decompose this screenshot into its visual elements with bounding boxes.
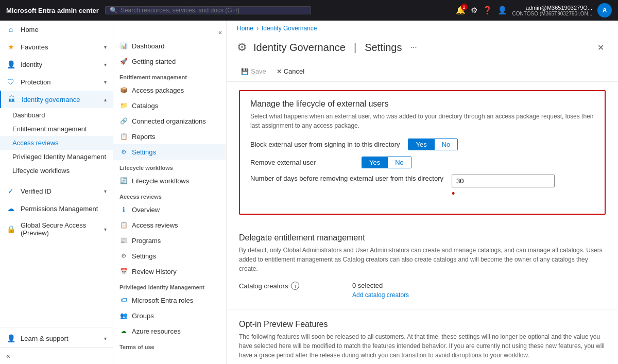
sidebar-item-label: Permissions Management bbox=[21, 205, 98, 213]
user-tenant: CONTOSO (M365T9032790I.ON... bbox=[512, 11, 592, 16]
header-separator: | bbox=[354, 42, 356, 54]
secondary-item-connected-orgs[interactable]: 🔗 Connected organizations bbox=[113, 113, 226, 129]
page-header-title: Identity Governance bbox=[253, 42, 346, 54]
secondary-item-settings[interactable]: ⚙ Settings bbox=[113, 144, 226, 160]
section-label-access-reviews: Access reviews bbox=[113, 188, 226, 202]
close-button[interactable]: ✕ bbox=[593, 40, 608, 55]
sidebar-item-label: Identity bbox=[21, 61, 42, 68]
sidebar-item-protection[interactable]: 🛡 Protection ▾ bbox=[0, 73, 113, 91]
secondary-item-review-history[interactable]: 📅 Review History bbox=[113, 264, 226, 279]
learn-icon: 👤 bbox=[6, 334, 15, 343]
days-remove-input[interactable] bbox=[452, 175, 555, 187]
secondary-item-label: Microsoft Entra roles bbox=[132, 297, 193, 304]
secondary-item-label: Dashboard bbox=[132, 42, 165, 50]
settings-content: Manage the lifecycle of external users S… bbox=[227, 82, 618, 364]
sidebar-item-global-secure[interactable]: 🔒 Global Secure Access (Preview) ▾ bbox=[0, 217, 113, 241]
add-catalog-creators-link[interactable]: Add catalog creators bbox=[352, 291, 409, 299]
block-external-label: Block external user from signing in to t… bbox=[250, 141, 400, 148]
remove-external-no[interactable]: No bbox=[388, 157, 411, 168]
connected-orgs-icon: 🔗 bbox=[119, 117, 128, 125]
secondary-item-dashboard[interactable]: 📊 Dashboard bbox=[113, 38, 226, 54]
overview-icon: ℹ bbox=[119, 205, 128, 214]
settings-icon[interactable]: ⚙ bbox=[471, 6, 477, 15]
topbar: Microsoft Entra admin center 🔍 🔔 2 ⚙ ❓ 👤… bbox=[0, 0, 618, 21]
catalog-value: 0 selected Add catalog creators bbox=[352, 282, 409, 299]
remove-external-yes[interactable]: Yes bbox=[362, 157, 388, 168]
breadcrumb-identity-governance[interactable]: Identity Governance bbox=[262, 25, 317, 32]
sidebar-item-label: Protection bbox=[21, 78, 51, 86]
secondary-item-programs[interactable]: 📰 Programs bbox=[113, 233, 226, 248]
sidebar-sub-label: Lifecycle workflows bbox=[12, 167, 70, 175]
sidebar-sub-item-entitlement[interactable]: Entitlement management bbox=[0, 122, 113, 136]
main-content: Home › Identity Governance ⚙ Identity Go… bbox=[227, 21, 618, 364]
governance-icon: 🏛 bbox=[7, 95, 16, 104]
sidebar-item-favorites[interactable]: ★ Favorites ▾ bbox=[0, 38, 113, 56]
sidebar-item-home[interactable]: ⌂ Home bbox=[0, 21, 113, 38]
secondary-item-catalogs[interactable]: 📁 Catalogs bbox=[113, 98, 226, 113]
optin-section: Opt-in Preview Features The following fe… bbox=[227, 309, 618, 364]
secondary-item-settings-ar[interactable]: ⚙ Settings bbox=[113, 248, 226, 264]
secondary-item-entra-roles[interactable]: 🏷 Microsoft Entra roles bbox=[113, 292, 226, 308]
secondary-item-overview[interactable]: ℹ Overview bbox=[113, 202, 226, 217]
breadcrumb: Home › Identity Governance bbox=[227, 21, 618, 36]
section-label-entitlement: Entitlement management bbox=[113, 69, 226, 82]
cancel-icon: ✕ bbox=[277, 68, 282, 75]
more-options-button[interactable]: ··· bbox=[410, 43, 417, 52]
cancel-button[interactable]: ✕ Cancel bbox=[272, 65, 308, 77]
sidebar-item-verified-id[interactable]: ✓ Verified ID ▾ bbox=[0, 182, 113, 200]
secondary-item-groups[interactable]: 👥 Groups bbox=[113, 308, 226, 323]
required-indicator: • bbox=[452, 188, 555, 199]
chevron-up-icon: ▴ bbox=[104, 97, 107, 102]
home-icon: ⌂ bbox=[6, 25, 15, 34]
sidebar-item-identity-governance[interactable]: 🏛 Identity governance ▴ bbox=[0, 91, 113, 108]
feedback-icon[interactable]: 👤 bbox=[497, 6, 507, 15]
sidebar-sub-label: Access reviews bbox=[12, 139, 59, 147]
block-external-toggle[interactable]: Yes No bbox=[408, 138, 458, 150]
breadcrumb-home[interactable]: Home bbox=[237, 25, 253, 32]
azure-resources-icon: ☁ bbox=[119, 327, 128, 335]
remove-external-toggle[interactable]: Yes No bbox=[362, 157, 411, 168]
sidebar-item-permissions[interactable]: ☁ Permissions Management bbox=[0, 200, 113, 217]
dashboard-icon: 📊 bbox=[119, 42, 128, 50]
delegate-title: Delegate entitlement management bbox=[239, 233, 606, 242]
sidebar-sub-item-lifecycle[interactable]: Lifecycle workflows bbox=[0, 164, 113, 178]
avatar[interactable]: A bbox=[597, 3, 612, 18]
user-info: admin@M3651903279O... CONTOSO (M365T9032… bbox=[512, 5, 592, 16]
left-sidebar: ⌂ Home ★ Favorites ▾ 👤 Identity ▾ 🛡 Prot… bbox=[0, 21, 113, 364]
sidebar-item-label: Global Secure Access (Preview) bbox=[21, 221, 99, 237]
secondary-item-access-packages[interactable]: 📦 Access packages bbox=[113, 82, 226, 98]
block-external-yes[interactable]: Yes bbox=[408, 139, 434, 150]
favorites-icon: ★ bbox=[6, 42, 15, 51]
lifecycle-desc: Select what happens when an external use… bbox=[250, 112, 594, 130]
sidebar-sub-item-access-reviews[interactable]: Access reviews bbox=[0, 136, 113, 150]
user-name: admin@M3651903279O... bbox=[526, 5, 592, 11]
catalog-info-icon[interactable]: i bbox=[291, 282, 299, 290]
notifications-icon[interactable]: 🔔 2 bbox=[456, 6, 466, 15]
secondary-item-reports[interactable]: 📋 Reports bbox=[113, 129, 226, 144]
secondary-item-access-reviews[interactable]: 📋 Access reviews bbox=[113, 217, 226, 233]
save-button[interactable]: 💾 Save bbox=[237, 65, 270, 77]
breadcrumb-separator: › bbox=[256, 25, 259, 32]
collapse-secondary-icon[interactable]: « bbox=[216, 27, 224, 38]
help-icon[interactable]: ❓ bbox=[483, 6, 492, 15]
block-external-row: Block external user from signing in to t… bbox=[250, 138, 594, 150]
secondary-item-label: Settings bbox=[132, 148, 156, 156]
protection-icon: 🛡 bbox=[6, 77, 15, 86]
secondary-item-label: Access reviews bbox=[132, 221, 178, 229]
secondary-item-getting-started[interactable]: 🚀 Getting started bbox=[113, 54, 226, 69]
sidebar-sub-item-dashboard[interactable]: Dashboard bbox=[0, 108, 113, 122]
sidebar-item-identity[interactable]: 👤 Identity ▾ bbox=[0, 56, 113, 73]
search-input[interactable] bbox=[121, 7, 306, 14]
search-box[interactable]: 🔍 bbox=[105, 6, 311, 14]
secondary-item-azure-resources[interactable]: ☁ Azure resources bbox=[113, 323, 226, 339]
chevron-down-icon: ▾ bbox=[104, 79, 107, 85]
secondary-item-label: Groups bbox=[132, 312, 154, 320]
chevron-down-icon: ▾ bbox=[104, 44, 107, 50]
secondary-item-lifecycle[interactable]: 🔄 Lifecycle workflows bbox=[113, 173, 226, 188]
collapse-sidebar-icon[interactable]: « bbox=[6, 352, 10, 360]
sidebar-sub-item-pim[interactable]: Privileged Identity Management bbox=[0, 150, 113, 164]
block-external-no[interactable]: No bbox=[435, 139, 458, 150]
sidebar-item-learn[interactable]: 👤 Learn & support ▾ bbox=[0, 330, 113, 347]
section-label-lifecycle: Lifecycle workflows bbox=[113, 160, 226, 173]
days-remove-label: Number of days before removing external … bbox=[250, 175, 443, 182]
